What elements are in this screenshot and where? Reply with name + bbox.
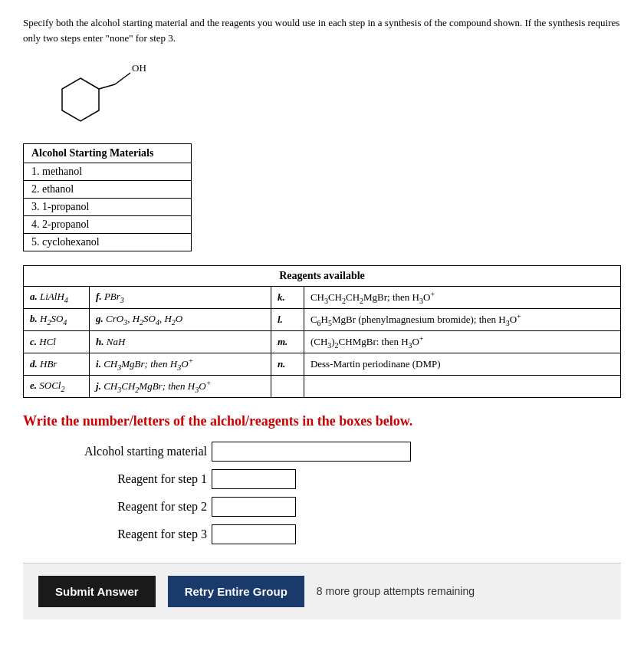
instructions-text: Specify both the alcohol starting materi…: [23, 15, 621, 45]
reagent-key-right-letter: l.: [271, 308, 304, 330]
reagent-key-middle: j. CH3CH2MgBr; then H3O+: [90, 375, 271, 397]
step1-answer-row: Reagent for step 1: [46, 469, 621, 489]
reagent-value-right: CH3CH2CH2MgBr; then H3O+: [304, 287, 620, 309]
table-row: b. H2SO4g. CrO3, H2SO4, H2Ol.C6H5MgBr (p…: [24, 308, 621, 330]
reagent-key-left: a. LiAlH4: [24, 287, 90, 309]
alcohol-starting-material-label: Alcohol starting material: [46, 445, 207, 458]
alcohol-table-row: 4. 2-propanol: [24, 216, 192, 234]
molecule-diagram: OH: [46, 58, 621, 130]
table-row: e. SOCl2j. CH3CH2MgBr; then H3O+: [24, 375, 621, 397]
step3-answer-row: Reagent for step 3: [46, 524, 621, 544]
reagents-table-header: Reagents available: [24, 266, 621, 287]
reagent-key-middle: g. CrO3, H2SO4, H2O: [90, 308, 271, 330]
reagent-value-right: Dess-Martin periodinane (DMP): [304, 353, 620, 375]
answer-section: Alcohol starting material Reagent for st…: [23, 442, 621, 544]
reagent-step2-input[interactable]: [212, 497, 296, 517]
svg-line-1: [99, 84, 115, 89]
alcohol-table-row: 5. cyclohexanol: [24, 234, 192, 251]
reagent-value-right: [304, 375, 620, 397]
reagent-key-middle: f. PBr3: [90, 287, 271, 309]
reagent-value-right: (CH3)2CHMgBr: then H3O+: [304, 330, 620, 353]
submit-button[interactable]: Submit Answer: [38, 576, 156, 607]
attempts-remaining: 8 more group attempts remaining: [317, 585, 475, 597]
reagent-key-left: e. SOCl2: [24, 375, 90, 397]
reagent-step2-label: Reagent for step 2: [46, 500, 207, 514]
reagent-key-right-letter: [271, 375, 304, 397]
alcohol-starting-materials-table: Alcohol Starting Materials 1. methanol2.…: [23, 143, 192, 251]
buttons-row: Submit Answer Retry Entire Group 8 more …: [23, 563, 621, 619]
reagents-available-table: Reagents available a. LiAlH4f. PBr3k.CH3…: [23, 265, 621, 398]
alcohol-table-row: 3. 1-propanol: [24, 199, 192, 216]
alcohol-answer-row: Alcohol starting material: [46, 442, 621, 462]
reagent-step1-input[interactable]: [212, 469, 296, 489]
write-instruction: Write the number/letters of the alchol/r…: [23, 413, 621, 429]
alcohol-table-row: 1. methanol: [24, 163, 192, 181]
reagent-key-right-letter: n.: [271, 353, 304, 375]
reagent-step3-input[interactable]: [212, 524, 296, 544]
reagent-key-right-letter: m.: [271, 330, 304, 353]
alcohol-table-header: Alcohol Starting Materials: [24, 144, 192, 163]
reagent-step3-label: Reagent for step 3: [46, 527, 207, 541]
alcohol-starting-material-input[interactable]: [212, 442, 411, 462]
svg-line-2: [115, 73, 130, 84]
alcohol-table-row: 2. ethanol: [24, 181, 192, 199]
reagent-key-left: d. HBr: [24, 353, 90, 375]
reagent-key-middle: h. NaH: [90, 330, 271, 353]
reagent-key-left: b. H2SO4: [24, 308, 90, 330]
reagent-key-middle: i. CH3MgBr; then H3O+: [90, 353, 271, 375]
retry-button[interactable]: Retry Entire Group: [168, 576, 304, 607]
reagent-key-left: c. HCl: [24, 330, 90, 353]
step2-answer-row: Reagent for step 2: [46, 497, 621, 517]
svg-marker-0: [62, 78, 99, 121]
table-row: c. HClh. NaHm.(CH3)2CHMgBr: then H3O+: [24, 330, 621, 353]
table-row: a. LiAlH4f. PBr3k.CH3CH2CH2MgBr; then H3…: [24, 287, 621, 309]
table-row: d. HBri. CH3MgBr; then H3O+n.Dess-Martin…: [24, 353, 621, 375]
reagent-step1-label: Reagent for step 1: [46, 472, 207, 486]
reagent-value-right: C6H5MgBr (phenylmagnesium bromide); then…: [304, 308, 620, 330]
svg-text:OH: OH: [132, 62, 146, 74]
reagent-key-right-letter: k.: [271, 287, 304, 309]
